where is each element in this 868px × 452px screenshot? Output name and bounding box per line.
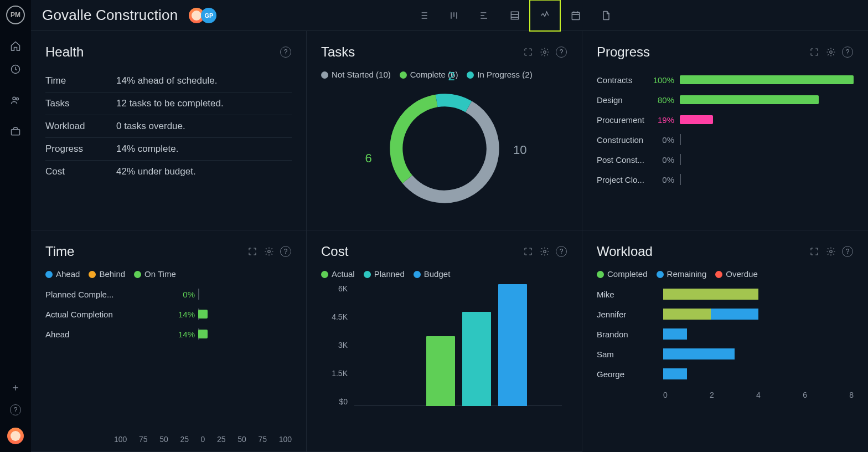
nav-portfolio-icon[interactable] bbox=[4, 120, 27, 143]
workload-row: Brandon bbox=[597, 324, 854, 344]
cost-bar bbox=[498, 284, 527, 406]
panel-title: Health bbox=[45, 44, 84, 60]
health-row: Time14% ahead of schedule. bbox=[45, 70, 292, 93]
project-topbar: Govalle Construction GP bbox=[31, 0, 868, 31]
donut-label-inprogress: 2 bbox=[448, 69, 454, 84]
tasks-donut-chart: 2 6 10 bbox=[381, 85, 508, 212]
legend-item[interactable]: Behind bbox=[89, 269, 125, 279]
view-list-icon[interactable] bbox=[408, 0, 438, 31]
expand-icon[interactable] bbox=[522, 46, 534, 58]
nav-recent-icon[interactable] bbox=[4, 58, 27, 81]
progress-pct: 100% bbox=[652, 75, 674, 85]
health-value: 12 tasks to be completed. bbox=[116, 98, 224, 109]
workload-bar bbox=[663, 368, 854, 379]
svg-point-2 bbox=[16, 97, 18, 100]
legend-item[interactable]: Planned bbox=[364, 269, 405, 279]
panel-title: Workload bbox=[597, 244, 653, 259]
gear-icon[interactable] bbox=[825, 245, 837, 258]
time-axis: 1007550250255075100 bbox=[114, 435, 292, 444]
health-row: Cost42% under budget. bbox=[45, 161, 292, 183]
time-bar bbox=[198, 310, 287, 319]
help-icon[interactable]: ? bbox=[555, 245, 567, 258]
cost-bar bbox=[426, 336, 455, 407]
panel-cost: Cost ? ActualPlannedBudget 6K4.5K3K1.5K$… bbox=[307, 230, 582, 452]
svg-rect-4 bbox=[511, 12, 518, 19]
legend-item[interactable]: Remaining bbox=[657, 269, 707, 279]
gear-icon[interactable] bbox=[263, 245, 275, 258]
progress-pct: 0% bbox=[652, 135, 674, 145]
help-icon[interactable]: ? bbox=[280, 245, 292, 258]
legend-item[interactable]: Completed bbox=[597, 269, 648, 279]
legend-item[interactable]: Ahead bbox=[45, 269, 80, 279]
legend-item[interactable]: Overdue bbox=[715, 269, 758, 279]
time-row: Actual Completion14% bbox=[45, 304, 292, 324]
global-help-icon[interactable]: ? bbox=[4, 399, 27, 421]
cost-bar bbox=[462, 312, 491, 407]
gear-icon[interactable] bbox=[539, 245, 551, 258]
health-row: Tasks12 tasks to be completed. bbox=[45, 93, 292, 115]
help-icon[interactable]: ? bbox=[841, 245, 854, 258]
view-dashboard-icon[interactable] bbox=[530, 0, 560, 31]
cost-legend: ActualPlannedBudget bbox=[321, 269, 567, 279]
view-switcher bbox=[408, 0, 621, 31]
progress-bar bbox=[680, 95, 854, 104]
view-calendar-icon[interactable] bbox=[560, 0, 591, 31]
health-label: Workload bbox=[45, 121, 116, 132]
health-value: 42% under budget. bbox=[116, 166, 196, 177]
expand-icon[interactable] bbox=[522, 245, 534, 258]
cost-bar-chart: 6K4.5K3K1.5K$0 bbox=[321, 284, 567, 417]
global-sidebar: PM ? bbox=[0, 0, 31, 452]
legend-item[interactable]: Not Started (10) bbox=[321, 70, 391, 79]
workload-name: George bbox=[597, 369, 663, 379]
view-board-icon[interactable] bbox=[438, 0, 469, 31]
nav-team-icon[interactable] bbox=[4, 89, 27, 112]
help-icon[interactable]: ? bbox=[555, 46, 567, 58]
svg-point-10 bbox=[830, 51, 833, 54]
view-gantt-icon[interactable] bbox=[469, 0, 499, 31]
progress-row: Project Clo...0% bbox=[597, 170, 854, 189]
view-sheet-icon[interactable] bbox=[499, 0, 530, 31]
panel-workload: Workload ? CompletedRemainingOverdue Mik… bbox=[582, 230, 868, 452]
progress-label: Design bbox=[597, 95, 652, 105]
workload-row: Jennifer bbox=[597, 304, 854, 324]
progress-bar bbox=[680, 75, 854, 84]
help-icon[interactable]: ? bbox=[841, 46, 854, 58]
legend-item[interactable]: In Progress (2) bbox=[467, 70, 532, 79]
health-label: Tasks bbox=[45, 98, 116, 109]
expand-icon[interactable] bbox=[808, 245, 820, 258]
expand-icon[interactable] bbox=[808, 46, 820, 58]
help-icon[interactable]: ? bbox=[280, 46, 292, 58]
panel-time: Time ? AheadBehindOn Time Planned Comple… bbox=[31, 230, 307, 452]
legend-item[interactable]: On Time bbox=[134, 269, 176, 279]
panel-title: Tasks bbox=[321, 44, 355, 60]
member-avatar[interactable]: GP bbox=[201, 8, 216, 23]
progress-label: Procurement bbox=[597, 115, 652, 125]
workload-axis: 02468 bbox=[663, 391, 854, 399]
view-files-icon[interactable] bbox=[591, 0, 621, 31]
progress-bar bbox=[680, 135, 854, 144]
gear-icon[interactable] bbox=[825, 46, 837, 58]
progress-bar bbox=[680, 115, 854, 124]
progress-label: Contracts bbox=[597, 75, 652, 85]
progress-row: Construction0% bbox=[597, 130, 854, 150]
expand-icon[interactable] bbox=[246, 245, 259, 258]
panel-health: Health ? Time14% ahead of schedule.Tasks… bbox=[31, 31, 307, 230]
gear-icon[interactable] bbox=[539, 46, 551, 58]
workload-name: Sam bbox=[597, 350, 663, 359]
workload-row: George bbox=[597, 364, 854, 384]
nav-home-icon[interactable] bbox=[4, 34, 27, 58]
app-logo[interactable]: PM bbox=[6, 6, 25, 24]
current-user-avatar[interactable] bbox=[7, 428, 24, 444]
legend-item[interactable]: Budget bbox=[414, 269, 451, 279]
legend-item[interactable]: Actual bbox=[321, 269, 355, 279]
panel-title: Cost bbox=[321, 244, 348, 259]
svg-point-1 bbox=[13, 97, 16, 100]
progress-label: Post Const... bbox=[597, 155, 652, 165]
health-label: Progress bbox=[45, 143, 116, 155]
add-button-icon[interactable] bbox=[4, 377, 27, 399]
progress-row: Contracts100% bbox=[597, 70, 854, 90]
project-members[interactable]: GP bbox=[189, 8, 216, 23]
time-legend: AheadBehindOn Time bbox=[45, 269, 292, 279]
time-row: Ahead14% bbox=[45, 324, 292, 344]
svg-rect-3 bbox=[12, 130, 20, 135]
